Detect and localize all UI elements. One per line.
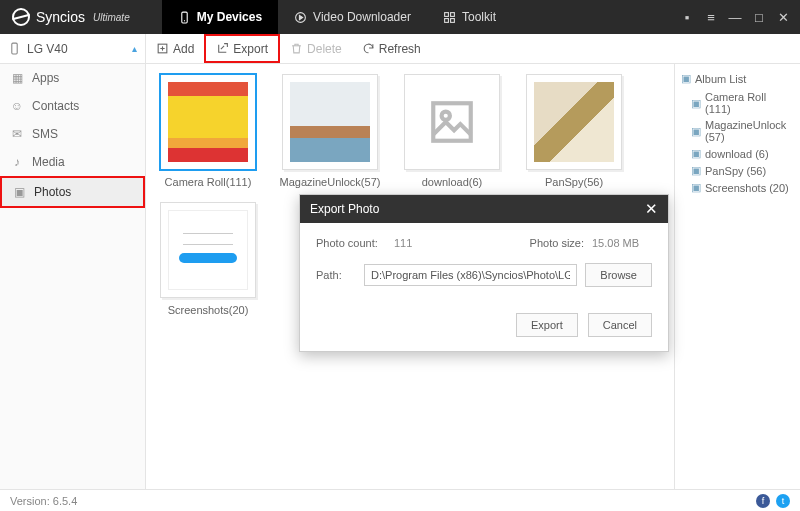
album-thumb: [282, 74, 378, 170]
album-download[interactable]: download(6): [398, 74, 506, 188]
close-icon[interactable]: ✕: [776, 10, 790, 25]
tab-label: Toolkit: [462, 10, 496, 24]
apps-icon: ▦: [10, 71, 24, 85]
tool-label: Refresh: [379, 42, 421, 56]
svg-rect-7: [451, 18, 455, 22]
sidebar-item-apps[interactable]: ▦Apps: [0, 64, 145, 92]
photo-count-label: Photo count:: [316, 237, 386, 249]
tab-video-downloader[interactable]: Video Downloader: [278, 0, 427, 34]
device-name: LG V40: [27, 42, 68, 56]
status-bar: Version: 6.5.4 f t: [0, 489, 800, 511]
refresh-button[interactable]: Refresh: [352, 34, 431, 63]
device-selector[interactable]: LG V40 ▴: [0, 34, 146, 63]
album-label: Camera Roll(111): [165, 176, 252, 188]
tab-my-devices[interactable]: My Devices: [162, 0, 278, 34]
photo-size-label: Photo size:: [514, 237, 584, 249]
dialog-footer: Export Cancel: [300, 313, 668, 351]
svg-rect-8: [12, 43, 17, 54]
album-magazine-unlock[interactable]: MagazineUnlock(57): [276, 74, 384, 188]
album-list-label: Camera Roll (111): [705, 91, 794, 115]
album-list-label: Screenshots (20): [705, 182, 789, 194]
minimize-icon[interactable]: —: [728, 10, 742, 25]
top-tabs: My Devices Video Downloader Toolkit: [162, 0, 512, 34]
dialog-info-row: Photo count: 111 Photo size: 15.08 MB: [316, 237, 652, 249]
brand: Syncios Ultimate: [0, 8, 142, 26]
photo-count-value: 111: [394, 237, 454, 249]
sidebar-item-label: Contacts: [32, 99, 79, 113]
sidebar-item-sms[interactable]: ✉SMS: [0, 120, 145, 148]
sidebar-item-label: Media: [32, 155, 65, 169]
path-input[interactable]: [364, 264, 577, 286]
picture-icon: ▣: [691, 97, 701, 110]
album-list-item[interactable]: ▣MagazineUnlock (57): [681, 117, 794, 145]
sidebar-item-media[interactable]: ♪Media: [0, 148, 145, 176]
tab-toolkit[interactable]: Toolkit: [427, 0, 512, 34]
album-list-item[interactable]: ▣Camera Roll (111): [681, 89, 794, 117]
dialog-body: Photo count: 111 Photo size: 15.08 MB Pa…: [300, 223, 668, 313]
thumb-image: [168, 82, 248, 162]
plus-icon: [156, 42, 169, 55]
toolbar: Add Export Delete Refresh: [146, 34, 431, 63]
album-screenshots[interactable]: Screenshots(20): [154, 202, 262, 316]
export-photo-dialog: Export Photo ✕ Photo count: 111 Photo si…: [299, 194, 669, 352]
sidebar-item-photos[interactable]: ▣Photos: [0, 176, 145, 208]
album-list-title: Album List: [695, 73, 746, 85]
sidebar-item-contacts[interactable]: ☺Contacts: [0, 92, 145, 120]
dialog-title: Export Photo: [310, 202, 379, 216]
cancel-button[interactable]: Cancel: [588, 313, 652, 337]
chevron-up-icon: ▴: [132, 43, 137, 54]
title-bar: Syncios Ultimate My Devices Video Downlo…: [0, 0, 800, 34]
album-camera-roll[interactable]: Camera Roll(111): [154, 74, 262, 188]
sms-icon: ✉: [10, 127, 24, 141]
twitter-icon[interactable]: t: [776, 494, 790, 508]
trash-icon: [290, 42, 303, 55]
tool-label: Add: [173, 42, 194, 56]
thumb-image: [168, 210, 248, 290]
album-list-item[interactable]: ▣download (6): [681, 145, 794, 162]
export-button[interactable]: Export: [204, 34, 280, 63]
picture-icon: ▣: [691, 147, 701, 160]
add-button[interactable]: Add: [146, 34, 204, 63]
delete-button[interactable]: Delete: [280, 34, 352, 63]
sidebar-item-label: Apps: [32, 71, 59, 85]
album-thumb: [160, 74, 256, 170]
grid-icon: [443, 11, 456, 24]
contacts-icon: ☺: [10, 99, 24, 113]
picture-icon: ▣: [681, 72, 691, 85]
brand-name: Syncios: [36, 9, 85, 25]
album-list-item[interactable]: ▣PanSpy (56): [681, 162, 794, 179]
sidebar-item-label: SMS: [32, 127, 58, 141]
album-thumb: [526, 74, 622, 170]
facebook-icon[interactable]: f: [756, 494, 770, 508]
tab-label: Video Downloader: [313, 10, 411, 24]
svg-rect-4: [445, 12, 449, 16]
svg-marker-3: [300, 15, 303, 19]
menu-icon[interactable]: ≡: [704, 10, 718, 25]
placeholder-image-icon: [427, 97, 477, 147]
thumb-image: [290, 82, 370, 162]
album-thumb: [160, 202, 256, 298]
refresh-icon: [362, 42, 375, 55]
album-thumb: [404, 74, 500, 170]
browse-button[interactable]: Browse: [585, 263, 652, 287]
svg-point-13: [442, 112, 450, 120]
play-circle-icon: [294, 11, 307, 24]
phone-icon: [178, 11, 191, 24]
sidebar-item-label: Photos: [34, 185, 71, 199]
album-list-item[interactable]: ▣Screenshots (20): [681, 179, 794, 196]
tool-label: Export: [233, 42, 268, 56]
tool-label: Delete: [307, 42, 342, 56]
maximize-icon[interactable]: □: [752, 10, 766, 25]
thumb-image: [412, 82, 492, 162]
notification-icon[interactable]: ▪: [680, 10, 694, 25]
close-dialog-icon[interactable]: ✕: [645, 200, 658, 218]
window-controls: ▪ ≡ — □ ✕: [680, 10, 800, 25]
export-confirm-button[interactable]: Export: [516, 313, 578, 337]
album-list-label: download (6): [705, 148, 769, 160]
syncios-logo-icon: [12, 8, 30, 26]
album-list-label: MagazineUnlock (57): [705, 119, 794, 143]
svg-rect-5: [451, 12, 455, 16]
album-label: Screenshots(20): [168, 304, 249, 316]
social-links: f t: [756, 494, 790, 508]
album-panspy[interactable]: PanSpy(56): [520, 74, 628, 188]
